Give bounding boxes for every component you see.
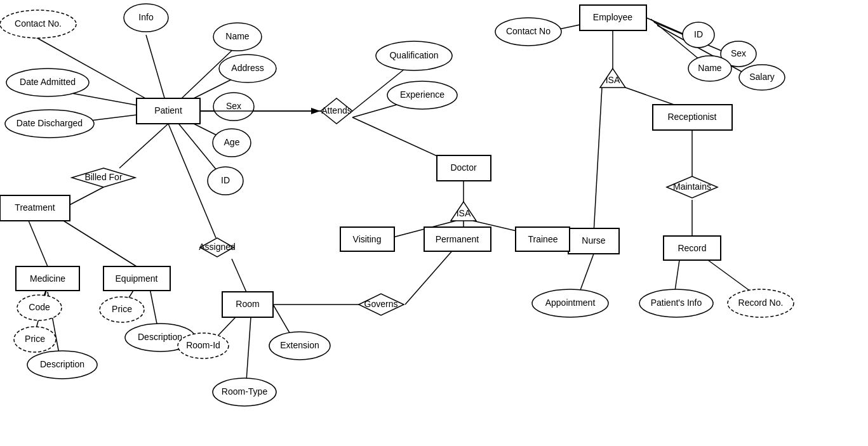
attr-experience-label: Experience [400,89,444,100]
rel-governs-label: Governs [364,299,398,309]
attr-contactno-employee-label: Contact No [506,26,551,36]
isa-doctor-label: ISA [457,208,471,218]
line-treatment-equipment [63,221,137,266]
er-diagram: Patient Treatment Medicine Equipment Roo… [0,0,868,446]
line-record-recordno [708,260,756,295]
attr-contactno-patient-label: Contact No. [15,18,62,29]
attr-record-no-label: Record No. [738,298,784,308]
line-treatment-medicine [29,221,48,266]
rel-attends-label: Attends [321,105,351,115]
attr-age-label: Age [224,137,240,147]
entity-record-label: Record [678,243,706,253]
line-assigned-room [232,259,248,295]
attr-info-label: Info [138,12,154,22]
attr-salary-label: Salary [749,72,775,82]
entity-medicine-label: Medicine [30,273,65,284]
attr-extension-label: Extension [280,340,319,350]
attr-sex-employee-label: Sex [731,48,746,58]
entity-nurse-label: Nurse [582,235,606,246]
attr-patients-info-label: Patient's Info [651,298,702,308]
entity-equipment-label: Equipment [116,273,158,284]
attr-date-discharged-label: Date Discharged [17,118,83,128]
attr-appointment-label: Appointment [545,298,596,308]
isa-employee-label: ISA [606,75,620,85]
entity-trainee-label: Trainee [528,234,558,244]
line-room-roomtype [246,317,251,381]
attr-price-medicine-label: Price [25,334,45,344]
attr-room-id-label: Room-Id [186,340,220,350]
attr-date-admitted-label: Date Admitted [20,77,76,87]
attr-price-equipment-label: Price [112,304,132,314]
entity-receptionist-label: Receptionist [667,112,716,122]
entity-treatment-label: Treatment [15,202,55,213]
attr-name-employee-label: Name [698,63,722,73]
attr-name-patient-label: Name [225,31,250,41]
rel-assigned-label: Assigned [199,242,236,252]
attr-address-label: Address [231,63,264,73]
attr-desc-equipment-label: Description [138,332,182,342]
attr-id-patient-label: ID [221,175,230,185]
entity-room-label: Room [236,299,259,309]
entity-patient-label: Patient [154,105,182,115]
attr-code-medicine-label: Code [29,302,50,312]
line-isa-nurse [594,88,602,233]
entity-employee-label: Employee [593,12,632,22]
attr-sex-patient-label: Sex [226,101,241,111]
line-patient-billedfor [119,124,168,168]
attr-room-type-label: Room-Type [222,386,268,397]
attr-id-employee-label: ID [694,29,703,39]
attr-qualification-label: Qualification [389,50,438,60]
rel-billed-for-label: Billed For [84,172,122,182]
rel-maintains-label: Maintains [673,181,711,192]
entity-permanent-label: Permanent [436,234,479,244]
entity-doctor-label: Doctor [450,162,477,173]
attr-desc-medicine-label: Description [40,359,84,369]
entity-visiting-label: Visiting [353,234,382,244]
